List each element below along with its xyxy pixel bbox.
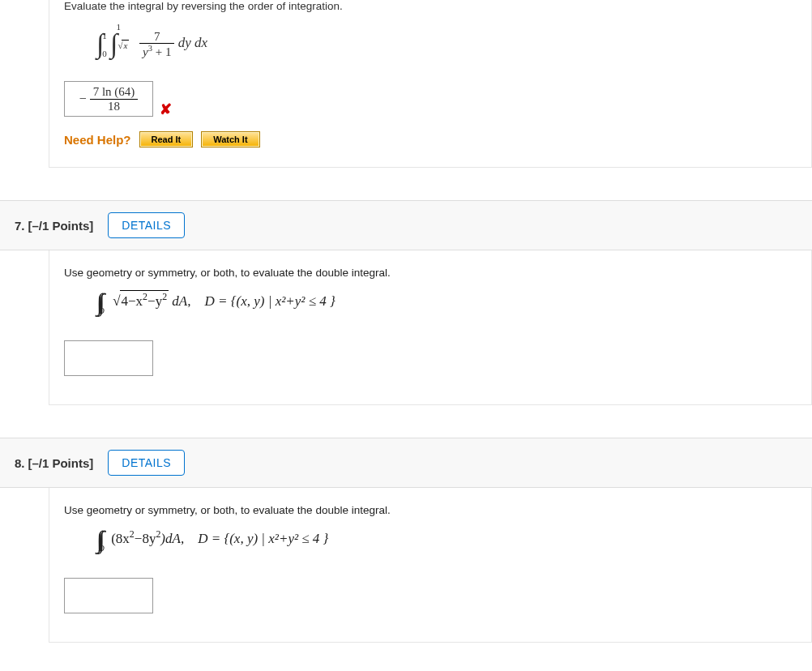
q8-header: 8. [–/1 Points] DETAILS [0,438,812,488]
q7-integral: ∫∫D 4−x2−y2 dA, D = {(x, y) | x²+y² ≤ 4 … [96,288,797,326]
question-7: 7. [–/1 Points] DETAILS Use geometry or … [0,200,812,405]
frac-num: 7 [139,30,174,45]
q7-prompt: Use geometry or symmetry, or both, to ev… [64,267,797,279]
question-8: 8. [–/1 Points] DETAILS Use geometry or … [0,438,812,643]
int-b: −8y [135,531,156,546]
q7-header: 7. [–/1 Points] DETAILS [0,200,812,250]
frac-den-var: y [143,45,148,58]
read-it-button[interactable]: Read It [139,131,194,147]
answer-sign: − [79,92,87,106]
dA: dA, [172,293,190,309]
q8-points: [–/1 Points] [28,456,93,470]
details-button[interactable]: DETAILS [108,450,185,476]
watch-it-button[interactable]: Watch It [201,131,259,147]
details-button[interactable]: DETAILS [108,212,185,238]
need-help-label: Need Help? [64,133,131,147]
surd-b: −y [147,293,162,309]
need-help-row: Need Help? Read It Watch It [64,131,797,147]
q8-region: D = {(x, y) | x²+y² ≤ 4 } [198,531,328,546]
exp-y: 2 [162,291,167,302]
q8-prompt: Use geometry or symmetry, or both, to ev… [64,504,797,516]
q8-number: 8. [15,456,25,470]
integral-differentials: dy dx [178,35,207,50]
question-6-body: Evaluate the integral by reversing the o… [49,0,812,168]
int-c: )dA, [160,531,184,546]
q7-answer-input[interactable] [64,340,153,376]
q8-answer-input[interactable] [64,578,153,613]
incorrect-icon: ✘ [160,100,172,118]
answer-num: 7 ln (64) [90,85,139,100]
surd-a: 4−x [122,293,143,309]
sqrt-icon: 4−x2−y2 [111,290,169,310]
q8-integral: ∫∫D (8x2−8y2)dA, D = {(x, y) | x²+y² ≤ 4… [96,526,797,563]
region-sub: D [98,544,104,553]
q6-prompt: Evaluate the integral by reversing the o… [64,0,797,12]
inner-upper: 1 [116,22,129,32]
q6-integral: ∫10 ∫1x 7 y3 + 1 dy dx [96,22,797,66]
q7-region: D = {(x, y) | x²+y² ≤ 4 } [205,293,335,309]
outer-upper: 1 [102,31,107,41]
answer-fraction: 7 ln (64) 18 [90,85,139,113]
sqrt-icon: x [116,40,129,58]
frac-den-const: + 1 [152,45,171,58]
q7-points: [–/1 Points] [28,219,93,233]
outer-lower: 0 [102,49,107,58]
q7-body: Use geometry or symmetry, or both, to ev… [49,250,812,405]
q6-answer-input[interactable]: − 7 ln (64) 18 [64,81,153,117]
q7-number: 7. [15,219,25,233]
region-sub: D [98,306,104,315]
answer-den: 18 [90,100,139,113]
int-a: (8x [111,531,130,546]
inner-lower: x [123,41,127,50]
integrand-fraction: 7 y3 + 1 [139,30,174,59]
q8-body: Use geometry or symmetry, or both, to ev… [49,488,812,643]
